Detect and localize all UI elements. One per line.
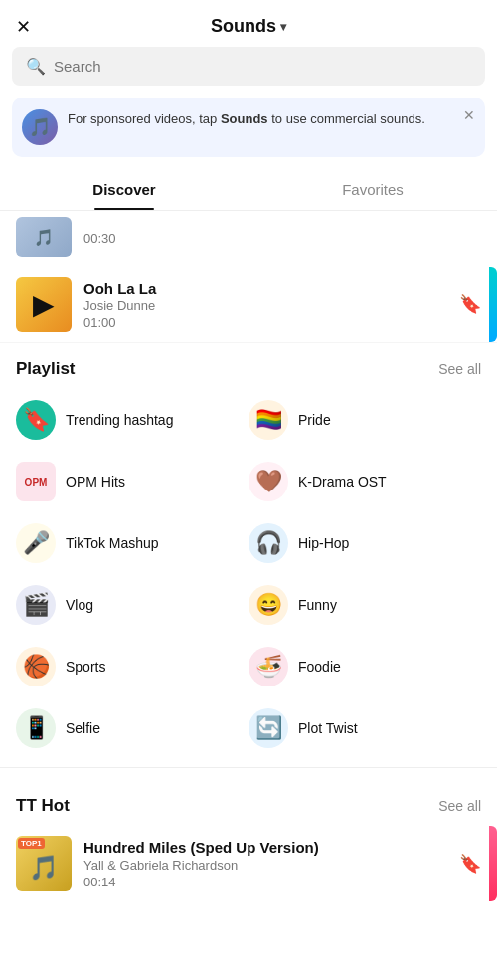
partial-song-duration: 00:30 xyxy=(83,231,481,246)
chevron-down-icon[interactable]: ▾ xyxy=(280,20,286,34)
hot-song-info: Hundred Miles (Sped Up Version) Yall & G… xyxy=(83,839,447,889)
trending-hashtag-label: Trending hashtag xyxy=(66,412,173,428)
hot-song-duration: 00:14 xyxy=(83,875,447,889)
selfie-label: Selfie xyxy=(66,720,100,736)
playlist-item-vlog[interactable]: 🎬 Vlog xyxy=(16,574,248,636)
tabs: Discover Favorites xyxy=(0,169,497,211)
sports-icon: 🏀 xyxy=(16,647,56,686)
hot-song-title: Hundred Miles (Sped Up Version) xyxy=(83,839,447,856)
tab-favorites[interactable]: Favorites xyxy=(248,169,497,210)
banner-close-button[interactable]: ✕ xyxy=(463,107,475,123)
playlist-item-hiphop[interactable]: 🎧 Hip-Hop xyxy=(248,512,481,574)
opm-hits-icon: OPM xyxy=(16,462,56,501)
foodie-icon: 🍜 xyxy=(248,647,288,686)
pride-label: Pride xyxy=(298,412,331,428)
header: ✕ Sounds ▾ xyxy=(0,0,497,47)
search-input[interactable] xyxy=(54,58,471,75)
vlog-icon: 🎬 xyxy=(16,585,56,625)
bookmark-button[interactable]: 🔖 xyxy=(459,294,481,315)
playlist-grid: 🔖 Trending hashtag 🏳️‍🌈 Pride OPM OPM Hi… xyxy=(0,389,497,759)
close-button[interactable]: ✕ xyxy=(16,16,31,38)
funny-icon: 😄 xyxy=(248,585,288,625)
song-thumbnail: ▶ xyxy=(16,277,72,332)
tiktok-mashup-icon: 🎤 xyxy=(16,523,56,563)
pride-icon: 🏳️‍🌈 xyxy=(248,400,288,440)
song-duration: 01:00 xyxy=(83,315,447,330)
banner-text: For sponsored videos, tap Sounds to use … xyxy=(68,109,475,129)
playlist-item-foodie[interactable]: 🍜 Foodie xyxy=(248,636,481,697)
playlist-item-selfie[interactable]: 📱 Selfie xyxy=(16,697,248,759)
tt-hot-section: TT Hot See all TOP1 🎵 Hundred Miles (Spe… xyxy=(0,776,497,901)
partial-song-item[interactable]: 🎵 00:30 xyxy=(0,211,497,267)
hot-song-thumbnail: TOP1 🎵 xyxy=(16,836,72,891)
tiktok-mashup-label: TikTok Mashup xyxy=(66,535,159,551)
opm-hits-label: OPM Hits xyxy=(66,474,125,490)
foodie-label: Foodie xyxy=(298,659,341,675)
tab-discover[interactable]: Discover xyxy=(0,169,248,210)
partial-song-info: 00:30 xyxy=(83,229,481,246)
hiphop-label: Hip-Hop xyxy=(298,535,349,551)
bookmark-filled-button[interactable]: 🔖 xyxy=(459,853,481,875)
section-divider xyxy=(0,767,497,768)
playlist-item-pride[interactable]: 🏳️‍🌈 Pride xyxy=(248,389,481,451)
song-title: Ooh La La xyxy=(83,280,447,296)
search-bar: 🔍 xyxy=(12,47,485,86)
partial-song-thumbnail: 🎵 xyxy=(16,217,72,257)
tt-hot-see-all[interactable]: See all xyxy=(438,798,481,814)
plot-twist-label: Plot Twist xyxy=(298,720,358,736)
hot-song-artist: Yall & Gabriela Richardson xyxy=(83,858,447,873)
playlist-item-tiktok-mashup[interactable]: 🎤 TikTok Mashup xyxy=(16,512,248,574)
playlist-title: Playlist xyxy=(16,359,76,379)
plot-twist-icon: 🔄 xyxy=(248,708,288,748)
playlist-item-funny[interactable]: 😄 Funny xyxy=(248,574,481,636)
kdrama-ost-icon: 🤎 xyxy=(248,462,288,501)
trending-hashtag-icon: 🔖 xyxy=(16,400,56,440)
song-artist: Josie Dunne xyxy=(83,298,447,313)
playlist-item-plot-twist[interactable]: 🔄 Plot Twist xyxy=(248,697,481,759)
search-icon: 🔍 xyxy=(26,57,46,76)
song-info: Ooh La La Josie Dunne 01:00 xyxy=(83,280,447,330)
side-color-bar-hot xyxy=(489,826,497,901)
playlist-item-trending-hashtag[interactable]: 🔖 Trending hashtag xyxy=(16,389,248,451)
playlist-item-kdrama-ost[interactable]: 🤎 K-Drama OST xyxy=(248,451,481,512)
song-item[interactable]: ▶ Ooh La La Josie Dunne 01:00 🔖 xyxy=(0,267,497,343)
selfie-icon: 📱 xyxy=(16,708,56,748)
hot-song-item[interactable]: TOP1 🎵 Hundred Miles (Sped Up Version) Y… xyxy=(0,826,497,901)
music-icon: 🎵 xyxy=(29,116,51,138)
top1-badge: TOP1 xyxy=(18,838,45,849)
banner-icon: 🎵 xyxy=(22,109,58,145)
playlist-see-all[interactable]: See all xyxy=(438,361,481,377)
header-title: Sounds ▾ xyxy=(211,16,286,37)
funny-label: Funny xyxy=(298,597,337,613)
playlist-section-header: Playlist See all xyxy=(0,343,497,389)
kdrama-ost-label: K-Drama OST xyxy=(298,474,387,490)
banner: 🎵 For sponsored videos, tap Sounds to us… xyxy=(12,98,485,157)
hiphop-icon: 🎧 xyxy=(248,523,288,563)
playlist-item-sports[interactable]: 🏀 Sports xyxy=(16,636,248,697)
tt-hot-section-header: TT Hot See all xyxy=(0,780,497,826)
vlog-label: Vlog xyxy=(66,597,93,613)
sounds-title: Sounds xyxy=(211,16,276,37)
side-color-bar xyxy=(489,267,497,342)
playlist-item-opm-hits[interactable]: OPM OPM Hits xyxy=(16,451,248,512)
sports-label: Sports xyxy=(66,659,105,675)
tt-hot-title: TT Hot xyxy=(16,796,70,816)
